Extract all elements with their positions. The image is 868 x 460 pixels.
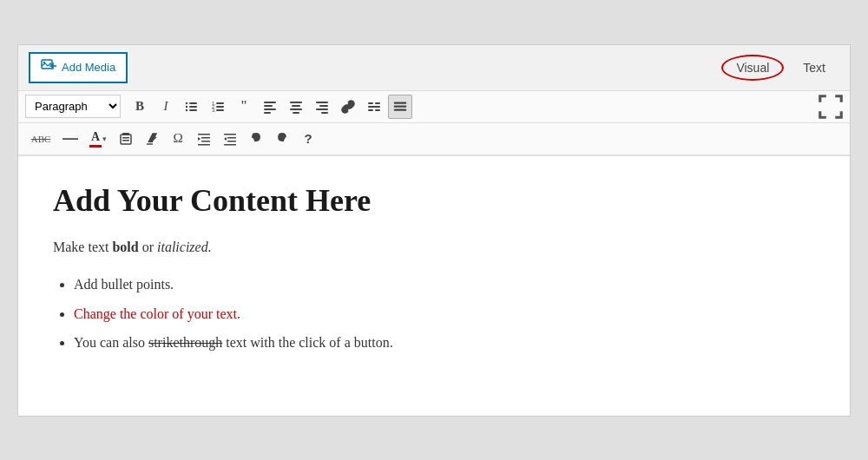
svg-rect-20	[290, 102, 302, 103]
undo-button[interactable]	[244, 127, 268, 151]
strikethrough-button[interactable]: ABC	[25, 127, 56, 151]
editor-content[interactable]: Add Your Content Here Make text bold or …	[18, 155, 850, 416]
paste-plain-button[interactable]	[114, 127, 138, 151]
align-right-icon	[315, 100, 329, 114]
redo-button[interactable]	[270, 127, 294, 151]
unordered-list-button[interactable]	[180, 95, 204, 119]
align-center-button[interactable]	[284, 95, 308, 119]
bold-button[interactable]: B	[128, 95, 152, 119]
svg-rect-33	[394, 102, 406, 103]
strikethrough-word: strikethrough	[148, 335, 222, 350]
read-more-icon	[367, 100, 381, 114]
svg-rect-48	[227, 137, 236, 139]
svg-rect-11	[216, 102, 224, 104]
outdent-button[interactable]	[218, 127, 242, 151]
top-bar: Add Media Visual Text	[18, 45, 850, 91]
undo-icon	[249, 132, 263, 146]
horizontal-rule-icon: —	[62, 129, 78, 148]
fullscreen-button[interactable]	[819, 95, 843, 119]
svg-rect-50	[224, 144, 236, 146]
svg-rect-7	[189, 106, 197, 108]
svg-rect-5	[189, 102, 197, 104]
strikethrough-icon: ABC	[31, 134, 51, 144]
svg-rect-28	[368, 106, 380, 108]
blockquote-icon: "	[241, 99, 247, 114]
svg-rect-35	[394, 108, 406, 110]
svg-rect-21	[292, 105, 300, 107]
toolbar-row-2: ABC — A ▾ Ω	[18, 123, 850, 155]
unordered-list-icon	[185, 100, 199, 114]
svg-rect-44	[201, 141, 210, 142]
svg-rect-9	[189, 109, 197, 111]
add-media-button[interactable]: Add Media	[29, 52, 128, 83]
clear-formatting-button[interactable]	[140, 127, 164, 151]
svg-rect-29	[368, 102, 373, 104]
italic-word: italicized.	[157, 240, 212, 254]
svg-rect-26	[316, 108, 328, 110]
align-center-icon	[289, 100, 303, 114]
svg-marker-46	[198, 137, 201, 141]
help-icon: ?	[304, 131, 312, 146]
svg-rect-27	[321, 112, 328, 114]
svg-rect-13	[216, 106, 224, 108]
tab-visual[interactable]: Visual	[721, 55, 784, 81]
read-more-button[interactable]	[362, 95, 386, 119]
svg-rect-34	[394, 105, 406, 107]
help-button[interactable]: ?	[296, 127, 320, 151]
svg-point-4	[186, 102, 187, 103]
indent-icon	[197, 132, 211, 146]
outdent-icon	[223, 132, 237, 146]
ordered-list-button[interactable]: 1.2.3.	[206, 95, 230, 119]
add-media-label: Add Media	[62, 61, 115, 74]
svg-rect-31	[368, 109, 373, 111]
indent-button[interactable]	[192, 127, 216, 151]
paragraph-text-2: or	[139, 240, 157, 254]
list-item-3: You can also strikethrough text with the…	[74, 332, 815, 354]
bullet3-prefix: You can also	[74, 335, 148, 350]
redo-icon	[275, 132, 289, 146]
tab-text[interactable]: Text	[789, 56, 839, 80]
svg-rect-23	[293, 112, 299, 114]
toolbar-toggle-icon	[393, 100, 407, 114]
svg-rect-17	[264, 105, 273, 107]
text-color-button[interactable]: A ▾	[84, 127, 112, 151]
align-right-button[interactable]	[310, 95, 334, 119]
blockquote-button[interactable]: "	[232, 95, 256, 119]
toolbar-row-1: Paragraph Heading 1 Heading 2 Heading 3 …	[18, 91, 850, 123]
svg-rect-45	[198, 144, 210, 146]
paste-plain-icon	[119, 132, 133, 146]
svg-rect-32	[375, 109, 380, 111]
svg-rect-37	[121, 135, 131, 144]
tab-group: Visual Text	[721, 55, 839, 81]
svg-rect-16	[264, 102, 276, 103]
special-chars-icon: Ω	[173, 131, 182, 146]
svg-text:3.: 3.	[212, 108, 216, 113]
bold-icon: B	[135, 99, 144, 114]
editor-wrapper: Add Media Visual Text Paragraph Heading …	[17, 44, 851, 417]
svg-rect-49	[227, 141, 236, 142]
list-item-2: Change the color of your text.	[74, 303, 815, 325]
svg-marker-51	[224, 137, 227, 141]
align-left-button[interactable]	[258, 95, 282, 119]
link-button[interactable]	[336, 95, 360, 119]
italic-button[interactable]: I	[154, 95, 178, 119]
svg-rect-42	[198, 134, 210, 135]
svg-rect-15	[216, 109, 224, 111]
colored-list-item: Change the color of your text.	[74, 306, 240, 321]
svg-point-8	[186, 108, 187, 110]
special-chars-button[interactable]: Ω	[166, 127, 190, 151]
paragraph-select[interactable]: Paragraph Heading 1 Heading 2 Heading 3 …	[25, 95, 121, 118]
horizontal-rule-button[interactable]: —	[58, 127, 82, 151]
svg-rect-38	[122, 137, 129, 139]
add-media-icon	[41, 59, 56, 76]
svg-point-6	[186, 105, 187, 107]
toolbar-toggle-button[interactable]	[388, 95, 412, 119]
paragraph-text-1: Make text	[53, 240, 112, 254]
list-item-1: Add bullet points.	[74, 273, 815, 296]
text-color-dropdown-arrow: ▾	[102, 135, 107, 143]
content-paragraph: Make text bold or italicized.	[53, 236, 815, 259]
svg-rect-22	[290, 108, 302, 110]
bold-word: bold	[112, 240, 138, 254]
svg-rect-39	[122, 140, 129, 141]
ordered-list-icon: 1.2.3.	[211, 100, 225, 114]
